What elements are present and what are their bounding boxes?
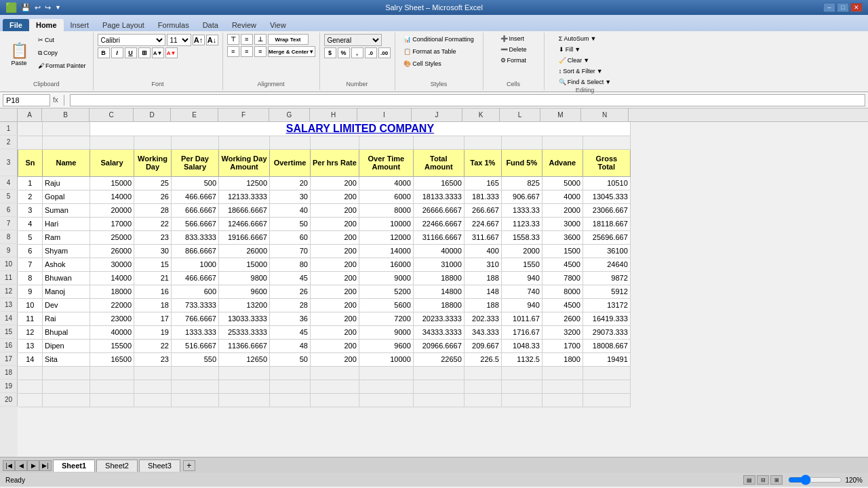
- cell-F16[interactable]: 11366.6667: [219, 339, 270, 352]
- cell-C14[interactable]: 23000: [90, 312, 134, 325]
- cell-I15[interactable]: 9000: [359, 325, 413, 339]
- cell-L13[interactable]: 940: [501, 298, 542, 312]
- cell-L16[interactable]: 1048.33: [501, 339, 542, 352]
- cell-B8[interactable]: Ram: [43, 230, 90, 244]
- header-gross[interactable]: GrossTotal: [583, 149, 630, 176]
- cell-N16[interactable]: 18008.667: [583, 339, 630, 352]
- cell-L17[interactable]: 1132.5: [501, 352, 542, 366]
- cell-C5[interactable]: 14000: [90, 190, 134, 203]
- cell-I17[interactable]: 10000: [359, 352, 413, 366]
- cell-D13[interactable]: 18: [134, 298, 172, 312]
- next-sheet-btn[interactable]: ▶: [27, 460, 39, 471]
- cell-N12[interactable]: 5912: [583, 285, 630, 298]
- cell-L14[interactable]: 1011.67: [501, 312, 542, 325]
- cell-N10[interactable]: 24640: [583, 258, 630, 271]
- cell-D7[interactable]: 22: [134, 217, 172, 230]
- customize-btn[interactable]: ▼: [55, 4, 61, 11]
- decrease-decimal-btn[interactable]: .00: [378, 47, 391, 58]
- cell-a1[interactable]: [18, 122, 43, 136]
- cell-J12[interactable]: 14800: [413, 285, 464, 298]
- cell-H10[interactable]: 200: [311, 258, 359, 271]
- row-num-5[interactable]: 5: [0, 190, 18, 203]
- cell-D8[interactable]: 23: [134, 230, 172, 244]
- cell-M20[interactable]: [542, 393, 583, 407]
- cell-G6[interactable]: 40: [270, 203, 311, 217]
- cell-A17[interactable]: 14: [18, 352, 43, 366]
- cell-A7[interactable]: 4: [18, 217, 43, 230]
- cell-M19[interactable]: [542, 380, 583, 393]
- fill-color-btn[interactable]: A▼: [152, 47, 164, 58]
- cell-F17[interactable]: 12650: [219, 352, 270, 366]
- cell-B9[interactable]: Shyam: [43, 244, 90, 258]
- cell-N9[interactable]: 36100: [583, 244, 630, 258]
- cell-C4[interactable]: 15000: [90, 176, 134, 190]
- cell-J20[interactable]: [413, 393, 464, 407]
- cell-C12[interactable]: 18000: [90, 285, 134, 298]
- cell-G17[interactable]: 50: [270, 352, 311, 366]
- prev-sheet-btn[interactable]: ◀: [15, 460, 27, 471]
- font-size-select[interactable]: 11: [167, 34, 191, 46]
- cell-H11[interactable]: 200: [311, 271, 359, 285]
- cell-M5[interactable]: 4000: [542, 190, 583, 203]
- name-box[interactable]: [3, 94, 50, 106]
- delete-cells-btn[interactable]: ➖ Delete: [498, 45, 530, 54]
- cell-k2[interactable]: [464, 136, 501, 149]
- cell-B12[interactable]: Manoj: [43, 285, 90, 298]
- align-left-btn[interactable]: ≡: [227, 46, 239, 57]
- first-sheet-btn[interactable]: |◀: [3, 460, 15, 471]
- minimize-btn[interactable]: –: [823, 3, 835, 12]
- cell-L5[interactable]: 906.667: [501, 190, 542, 203]
- cell-n2[interactable]: [583, 136, 630, 149]
- last-sheet-btn[interactable]: ▶|: [39, 460, 52, 471]
- cell-M11[interactable]: 7800: [542, 271, 583, 285]
- cell-G20[interactable]: [270, 393, 311, 407]
- header-overtime[interactable]: Overtime: [270, 149, 311, 176]
- cell-B19[interactable]: [43, 380, 90, 393]
- cell-F20[interactable]: [219, 393, 270, 407]
- cell-N18[interactable]: [583, 366, 630, 380]
- normal-view-btn[interactable]: ▤: [743, 475, 755, 485]
- cell-G15[interactable]: 45: [270, 325, 311, 339]
- header-per-day[interactable]: Per DaySalary: [172, 149, 219, 176]
- cell-F12[interactable]: 9600: [219, 285, 270, 298]
- col-header-h[interactable]: H: [310, 108, 357, 121]
- col-header-c[interactable]: C: [90, 108, 134, 121]
- col-header-i[interactable]: I: [357, 108, 412, 121]
- undo-btn[interactable]: ↩: [35, 3, 41, 12]
- cell-E5[interactable]: 466.6667: [172, 190, 219, 203]
- cell-F8[interactable]: 19166.6667: [219, 230, 270, 244]
- cell-I11[interactable]: 9000: [359, 271, 413, 285]
- font-color-btn[interactable]: A▼: [165, 47, 178, 58]
- col-header-k[interactable]: K: [462, 108, 500, 121]
- cell-J4[interactable]: 16500: [413, 176, 464, 190]
- cell-L20[interactable]: [501, 393, 542, 407]
- cell-K6[interactable]: 266.667: [464, 203, 501, 217]
- cell-L11[interactable]: 940: [501, 271, 542, 285]
- row-num-8[interactable]: 8: [0, 230, 18, 244]
- cell-E19[interactable]: [172, 380, 219, 393]
- maximize-btn[interactable]: □: [837, 3, 849, 12]
- cell-G13[interactable]: 28: [270, 298, 311, 312]
- cell-B17[interactable]: Sita: [43, 352, 90, 366]
- cell-G18[interactable]: [270, 366, 311, 380]
- cell-C11[interactable]: 14000: [90, 271, 134, 285]
- cell-G14[interactable]: 36: [270, 312, 311, 325]
- cell-C20[interactable]: [90, 393, 134, 407]
- cell-I20[interactable]: [359, 393, 413, 407]
- cell-j2[interactable]: [413, 136, 464, 149]
- cell-E8[interactable]: 833.3333: [172, 230, 219, 244]
- formula-input[interactable]: [70, 94, 865, 106]
- cell-A18[interactable]: [18, 366, 43, 380]
- cell-M12[interactable]: 8000: [542, 285, 583, 298]
- cell-F13[interactable]: 13200: [219, 298, 270, 312]
- cell-I12[interactable]: 5200: [359, 285, 413, 298]
- font-family-select[interactable]: Calibri: [98, 34, 165, 46]
- merge-center-btn[interactable]: Merge & Center▼: [268, 46, 315, 57]
- cell-I7[interactable]: 10000: [359, 217, 413, 230]
- cell-J19[interactable]: [413, 380, 464, 393]
- cell-H17[interactable]: 200: [311, 352, 359, 366]
- cell-G11[interactable]: 45: [270, 271, 311, 285]
- cell-F9[interactable]: 26000: [219, 244, 270, 258]
- comma-btn[interactable]: ,: [351, 47, 363, 58]
- percent-btn[interactable]: %: [338, 47, 350, 58]
